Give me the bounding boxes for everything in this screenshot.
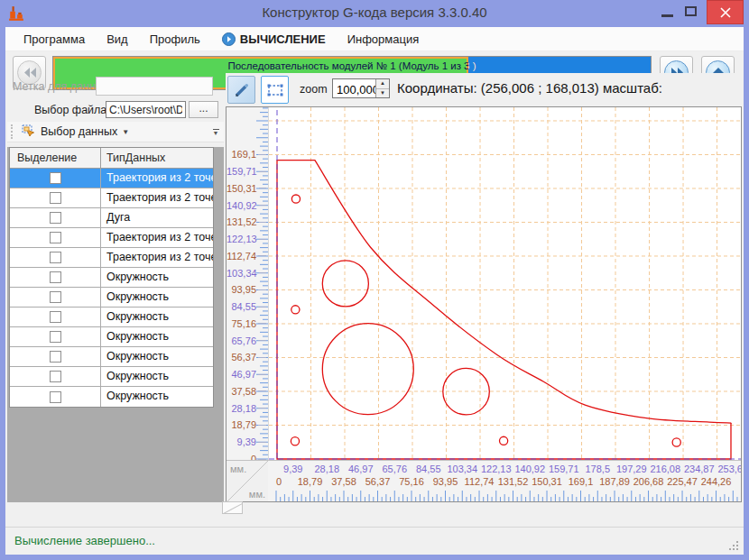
close-button[interactable]: [707, 0, 744, 24]
table-row[interactable]: Траектория из 2 точек.: [10, 248, 213, 268]
table-row[interactable]: Окружность: [10, 308, 213, 327]
row-datatype: Дуга: [101, 208, 213, 227]
menu-item-compute[interactable]: ВЫЧИСЛЕНИЕ: [211, 29, 337, 50]
file-select-caption: Выбор файла:: [34, 104, 110, 116]
v-ruler-label: 169,1: [227, 148, 266, 161]
row-checkbox[interactable]: [50, 371, 61, 382]
v-ruler-label: 37,58: [227, 385, 266, 398]
table-row[interactable]: Траектория из 2 точек.: [10, 228, 213, 248]
menu-item-view[interactable]: Вид: [96, 29, 139, 50]
row-checkbox[interactable]: [50, 291, 61, 303]
zoom-up-button[interactable]: ▲: [376, 79, 389, 89]
row-checkbox[interactable]: [50, 351, 61, 363]
h-ruler-label: 75,16: [399, 476, 424, 487]
zoom-label: zoom: [300, 83, 328, 96]
minimize-button[interactable]: [658, 0, 678, 23]
column-header-datatype[interactable]: ТипДанных: [101, 148, 213, 168]
browse-button[interactable]: ...: [189, 101, 218, 118]
h-ruler-label: 216,08: [650, 464, 680, 474]
v-ruler-label: 93,95: [227, 283, 266, 296]
client-area: Программа Вид Профиль ВЫЧИСЛЕНИЕ Информа…: [5, 27, 744, 555]
close-icon: [720, 7, 731, 18]
row-datatype: Окружность: [101, 327, 213, 346]
row-checkbox[interactable]: [50, 331, 61, 343]
v-ruler-label: 56,37: [227, 351, 266, 363]
row-checkbox[interactable]: [50, 192, 61, 204]
drawing-canvas[interactable]: [268, 107, 741, 460]
table-row[interactable]: Траектория из 2 точек.: [10, 188, 213, 208]
row-datatype: Траектория из 2 точек.: [101, 188, 213, 207]
select-region-tool-button[interactable]: [261, 76, 289, 104]
v-ruler-label: 112,74: [227, 250, 266, 262]
h-ruler-label: 65,76: [382, 464, 407, 474]
dropdown-caret-icon: ▼: [122, 128, 129, 136]
h-ruler-label: 178,5: [586, 464, 611, 474]
canvas-toolbar: zoom ▲ ▼ Координаты: (256,006 ; 168,013)…: [226, 73, 744, 106]
data-label-input[interactable]: [96, 77, 213, 96]
v-ruler-label: 131,52: [227, 216, 266, 228]
edit-tool-button[interactable]: [227, 76, 255, 104]
left-panel: Метка для данных: Выбор файла: ... Выбор…: [5, 73, 226, 502]
title-bar: Конструктор G-кода версия 3.3.0.40: [0, 0, 749, 27]
h-ruler-label: 253,66: [717, 464, 741, 474]
menu-item-info[interactable]: Информация: [337, 29, 430, 50]
menu-item-profile[interactable]: Профиль: [139, 29, 211, 50]
h-ruler-label: 169,1: [569, 476, 594, 487]
table-row[interactable]: Окружность: [10, 288, 213, 308]
v-ruler-label: 140,92: [227, 199, 266, 212]
table-row[interactable]: Окружность: [10, 387, 213, 407]
h-ruler-label: 9,39: [283, 464, 302, 474]
zoom-value-input[interactable]: [333, 79, 375, 97]
toolstrip-grip[interactable]: [11, 124, 14, 139]
v-ruler-label: 18,79: [227, 418, 266, 431]
pencil-icon: [233, 81, 251, 99]
status-bar: Вычисление завершено...: [5, 527, 744, 555]
menu-bar: Программа Вид Профиль ВЫЧИСЛЕНИЕ Информа…: [5, 27, 744, 51]
v-ruler-label: 46,97: [227, 368, 266, 381]
row-checkbox[interactable]: [50, 232, 61, 243]
h-ruler-label: 103,34: [447, 464, 477, 474]
h-ruler-label: 187,89: [599, 476, 630, 487]
zoom-spinner: ▲ ▼: [332, 78, 390, 98]
ruler-corner: мм. мм.: [227, 460, 268, 501]
horizontal-ruler: 9,3928,1846,9765,7684,55103,34122,13140,…: [268, 460, 741, 501]
column-header-selection[interactable]: Выделение: [10, 148, 101, 168]
h-ruler-label: 140,92: [514, 464, 545, 474]
dxf-viewport: 169,1159,71150,31140,92131,52122,13112,7…: [226, 106, 742, 502]
row-datatype: Траектория из 2 точек.: [101, 248, 213, 267]
file-path-input[interactable]: [106, 101, 186, 118]
table-row[interactable]: Окружность: [10, 327, 213, 347]
table-row[interactable]: Дуга: [10, 208, 213, 228]
h-ruler-label: 37,58: [331, 476, 356, 487]
row-checkbox[interactable]: [50, 212, 61, 224]
row-checkbox[interactable]: [50, 391, 61, 403]
menu-item-program[interactable]: Программа: [13, 29, 96, 50]
row-checkbox[interactable]: [50, 311, 61, 323]
row-datatype: Окружность: [101, 387, 213, 407]
table-row[interactable]: Окружность: [10, 268, 213, 288]
h-ruler-label: 28,18: [314, 464, 339, 474]
data-table-container: Выделение ТипДанных Траектория из 2 точе…: [7, 147, 224, 502]
status-text: Вычисление завершено...: [14, 534, 155, 547]
zoom-down-button[interactable]: ▼: [376, 89, 389, 98]
maximize-button[interactable]: [681, 0, 701, 23]
table-row[interactable]: Окружность: [10, 347, 213, 367]
toolstrip-overflow-button[interactable]: ▼: [209, 124, 222, 141]
units-label-bottom: мм.: [249, 489, 265, 500]
selection-marquee-icon: [266, 81, 284, 99]
v-ruler-label: 9,39: [227, 436, 266, 448]
row-checkbox[interactable]: [50, 271, 61, 283]
v-ruler-label: 84,55: [227, 300, 266, 313]
v-ruler-label: 0: [227, 453, 266, 460]
table-body: Траектория из 2 точек.Траектория из 2 то…: [10, 169, 213, 407]
row-datatype: Окружность: [101, 268, 213, 287]
row-checkbox[interactable]: [50, 252, 61, 263]
resize-grip[interactable]: [726, 537, 740, 552]
data-select-button[interactable]: Выбор данных ▼: [18, 123, 133, 141]
row-checkbox[interactable]: [50, 172, 61, 184]
table-row[interactable]: Траектория из 2 точек.: [10, 169, 213, 188]
h-ruler-label: 112,74: [465, 476, 495, 487]
data-table: Выделение ТипДанных Траектория из 2 точе…: [9, 147, 214, 408]
table-row[interactable]: Окружность: [10, 367, 213, 387]
h-ruler-label: 197,29: [616, 464, 647, 474]
